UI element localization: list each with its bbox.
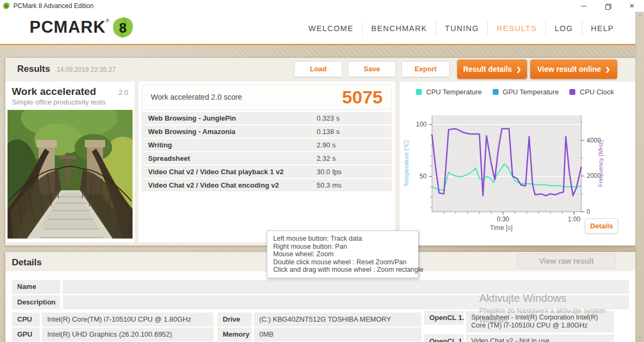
nav-item-tuning[interactable]: TUNING: [436, 21, 487, 36]
result-details-button[interactable]: Result details ❯: [457, 60, 527, 79]
window-title: PCMark 8 Advanced Edition: [13, 2, 93, 10]
tooltip-line: Right mouse button: Pan: [273, 243, 412, 251]
score-label: Work accelerated 2.0 score: [151, 93, 242, 101]
metric-row: Video Chat v2 / Video Chat playback 1 v2…: [142, 166, 392, 178]
results-title: Results: [17, 64, 50, 75]
svg-text:Temperature [°C]: Temperature [°C]: [403, 140, 409, 187]
logo-leaf-8-icon: 8: [111, 16, 135, 40]
legend-item: CPU Temperature: [416, 88, 482, 96]
metric-value: 30.0 fps: [317, 168, 341, 176]
nav-item-benchmark[interactable]: BENCHMARK: [362, 21, 436, 36]
monitoring-chart-panel: CPU TemperatureGPU TemperatureCPU Clock …: [400, 81, 635, 246]
detail-value: Intel(R) Core(TM) i7-10510U CPU @ 1.80GH…: [42, 313, 214, 326]
detail-label: Drive: [217, 313, 252, 326]
detail-value: (C:) KBG40ZNT512G TOSHIBA MEMORY: [254, 313, 421, 326]
metric-value: 0.138 s: [317, 128, 340, 136]
logo-text: PCMARK: [30, 16, 106, 39]
metric-label: Writing: [148, 141, 172, 149]
results-timestamp: 14.09.2019 22:35:27: [56, 66, 115, 73]
metric-row: Web Browsing - JunglePin0.323 s: [142, 112, 392, 124]
svg-text:50: 50: [420, 173, 427, 180]
nav-item-results[interactable]: RESULTS: [487, 21, 545, 36]
scroll-up-icon[interactable]: ⌃: [635, 13, 644, 21]
chart-details-button[interactable]: Details: [585, 218, 618, 234]
view-result-online-button[interactable]: View result online ❯: [530, 60, 617, 79]
detail-label: Description: [12, 295, 60, 309]
tooltip-line: Left mouse button: Track data: [273, 235, 412, 243]
app-leaf-icon: 8: [3, 2, 10, 10]
metric-row: Spreadsheet2.32 s: [142, 152, 392, 165]
metric-value: 50.3 ms: [317, 181, 341, 189]
scroll-down-icon[interactable]: ⌄: [635, 332, 644, 341]
load-button[interactable]: Load: [294, 61, 342, 77]
svg-text:1:00: 1:00: [568, 215, 581, 223]
test-thumbnail-bridge-image: [8, 110, 133, 239]
tooltip-line: Double click mouse wheel : Reset Zoom/Pa…: [273, 258, 412, 266]
legend-item: GPU Temperature: [493, 88, 559, 96]
svg-text:Frequency [MHz]: Frequency [MHz]: [597, 140, 604, 187]
minimize-button[interactable]: [572, 0, 596, 12]
nav-bar: PCMARK ® 8 WELCOMEBENCHMARKTUNINGRESULTS…: [0, 12, 644, 45]
metric-label: Video Chat v2 / Video Chat encoding v2: [148, 181, 279, 189]
test-version: 2.0: [119, 88, 128, 96]
minimize-icon: [581, 6, 587, 6]
detail-label: GPU: [12, 328, 40, 341]
chevron-right-icon: ❯: [516, 66, 521, 73]
chevron-right-icon: ❯: [605, 66, 610, 73]
test-name: Work accelerated: [12, 86, 96, 98]
metric-label: Web Browsing - JunglePin: [148, 114, 236, 122]
close-icon: ✕: [629, 2, 634, 10]
svg-text:8: 8: [119, 20, 127, 35]
detail-label: OpenCL 1.1: [424, 311, 464, 325]
legend-swatch-icon: [416, 89, 422, 95]
legend-item: CPU Clock: [569, 88, 614, 96]
restore-icon: [605, 4, 610, 9]
detail-label: OpenCL 1.1: [424, 334, 464, 342]
detail-value: Intel(R) UHD Graphics (26.20.100.6952): [42, 328, 214, 341]
svg-text:0:30: 0:30: [497, 215, 510, 223]
metric-value: 2.32 s: [317, 154, 335, 162]
detail-value: [63, 280, 629, 294]
detail-value: 0MB: [254, 328, 421, 341]
svg-text:100: 100: [416, 121, 427, 128]
export-button[interactable]: Export: [401, 61, 450, 77]
svg-text:0: 0: [587, 208, 590, 215]
save-button[interactable]: Save: [348, 61, 396, 77]
tooltip-line: Mouse wheel: Zoom: [273, 250, 412, 258]
metric-value: 0.323 s: [317, 114, 340, 122]
test-subtitle: Simple office productivity tests: [5, 98, 135, 106]
nav-item-help[interactable]: HELP: [582, 21, 623, 36]
content-area: Results 14.09.2019 22:35:27 Load Save Ex…: [0, 45, 644, 342]
svg-text:8: 8: [5, 4, 8, 9]
pcmark-logo: PCMARK ® 8: [30, 16, 135, 40]
metric-row: Web Browsing - Amazonia0.138 s: [142, 125, 392, 138]
metric-label: Spreadsheet: [148, 154, 190, 162]
close-button[interactable]: ✕: [620, 0, 644, 12]
test-info-panel: Work accelerated 2.0 Simple office produ…: [5, 81, 135, 242]
nav-menu: WELCOMEBENCHMARKTUNINGRESULTSLOGHELP: [300, 21, 623, 36]
metric-value: 2.90 s: [317, 141, 335, 149]
legend-swatch-icon: [569, 89, 575, 95]
nav-item-welcome[interactable]: WELCOME: [300, 21, 362, 36]
detail-label: CPU: [12, 313, 40, 326]
logo-registered-mark: ®: [106, 16, 109, 26]
title-bar: 8 PCMark 8 Advanced Edition ✕: [0, 0, 644, 12]
metric-label: Web Browsing - Amazonia: [148, 128, 236, 136]
vertical-scrollbar[interactable]: ⌃ ⌄: [635, 12, 644, 342]
tooltip-line: Click and drag with mouse wheel : Zoom r…: [273, 266, 412, 274]
score-value: 5075: [342, 87, 383, 108]
metric-row: Video Chat v2 / Video Chat encoding v250…: [142, 179, 392, 191]
restore-button[interactable]: [596, 0, 620, 12]
detail-value: Spreadsheet - Intel(R) Corporation Intel…: [466, 311, 614, 332]
metric-table: Web Browsing - JunglePin0.323 sWeb Brows…: [142, 112, 392, 192]
details-body: NameDescriptionCPUIntel(R) Core(TM) i7-1…: [5, 271, 635, 342]
nav-item-log[interactable]: LOG: [545, 21, 582, 36]
chart-legend: CPU TemperatureGPU TemperatureCPU Clock: [416, 88, 614, 96]
app-window: 8 PCMark 8 Advanced Edition ✕ PCMARK ® 8…: [0, 0, 644, 342]
view-raw-result-button[interactable]: View raw result: [517, 254, 616, 269]
details-title: Details: [12, 257, 42, 268]
chart-help-tooltip: Left mouse button: Track dataRight mouse…: [267, 231, 419, 278]
legend-swatch-icon: [493, 89, 499, 95]
score-row: Work accelerated 2.0 score 5075: [142, 84, 392, 110]
metric-row: Writing2.90 s: [142, 139, 392, 151]
